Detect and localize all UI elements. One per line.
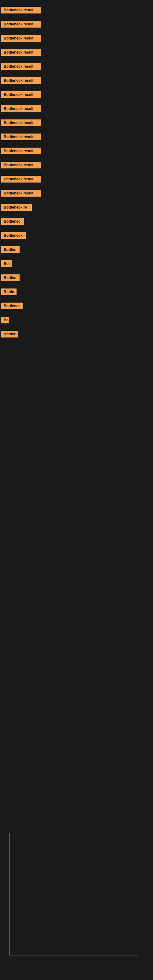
- bottleneck-bar-11: Bottleneck result: [1, 148, 41, 154]
- bar-row-23: Bo: [1, 313, 153, 328]
- bottleneck-bar-14: Bottleneck result: [1, 190, 41, 197]
- bottleneck-bar-15: Bottleneck re: [1, 204, 32, 211]
- bottleneck-bar-6: Bottleneck result: [1, 77, 41, 84]
- bar-row-10: Bottleneck result: [1, 130, 153, 145]
- bar-row-12: Bottleneck result: [1, 159, 153, 173]
- bar-row-21: Bottle: [1, 285, 153, 299]
- bars-container: Bottleneck resultBottleneck resultBottle…: [0, 4, 153, 342]
- bar-row-3: Bottleneck result: [1, 32, 153, 46]
- bar-row-2: Bottleneck result: [1, 18, 153, 32]
- bar-row-6: Bottleneck result: [1, 74, 153, 88]
- bar-row-1: Bottleneck result: [1, 4, 153, 18]
- bar-row-15: Bottleneck re: [1, 201, 153, 215]
- bar-row-20: Bottlen: [1, 271, 153, 285]
- bottleneck-bar-18: Bottlen: [1, 246, 19, 253]
- bar-row-11: Bottleneck result: [1, 145, 153, 159]
- bar-row-5: Bottleneck result: [1, 60, 153, 74]
- bottleneck-bar-22: Bottlenec: [1, 302, 23, 309]
- bar-row-8: Bottleneck result: [1, 102, 153, 116]
- page-wrapper: Bottleneck resultBottleneck resultBottle…: [0, 0, 153, 980]
- bar-row-24: Bottler: [1, 328, 153, 342]
- y-axis: [9, 833, 10, 956]
- bottleneck-bar-8: Bottleneck result: [1, 105, 41, 112]
- bar-row-14: Bottleneck result: [1, 187, 153, 201]
- bar-row-13: Bottleneck result: [1, 173, 153, 187]
- bottleneck-bar-23: Bo: [1, 317, 9, 323]
- bar-row-9: Bottleneck result: [1, 116, 153, 130]
- bottleneck-bar-17: Bottleneck r: [1, 232, 26, 239]
- bottleneck-bar-3: Bottleneck result: [1, 35, 41, 41]
- bar-row-18: Bottlen: [1, 243, 153, 257]
- bottleneck-bar-9: Bottleneck result: [1, 119, 41, 126]
- bottleneck-bar-20: Bottlen: [1, 274, 19, 281]
- bar-row-17: Bottleneck r: [1, 229, 153, 243]
- bar-row-22: Bottlenec: [1, 299, 153, 313]
- bottleneck-bar-19: Bot: [1, 260, 12, 267]
- bar-row-16: Bottlenec: [1, 215, 153, 229]
- bottleneck-bar-1: Bottleneck result: [1, 7, 41, 13]
- bar-row-4: Bottleneck result: [1, 46, 153, 60]
- bottleneck-bar-10: Bottleneck result: [1, 134, 41, 140]
- bottleneck-bar-7: Bottleneck result: [1, 91, 41, 98]
- bottleneck-bar-16: Bottlenec: [1, 218, 24, 225]
- bottleneck-bar-24: Bottler: [1, 331, 18, 337]
- bottleneck-bar-2: Bottleneck result: [1, 21, 41, 27]
- bottleneck-bar-12: Bottleneck result: [1, 162, 41, 169]
- site-title: [0, 0, 153, 4]
- bar-row-19: Bot: [1, 257, 153, 271]
- bottleneck-bar-5: Bottleneck result: [1, 63, 41, 70]
- bar-row-7: Bottleneck result: [1, 88, 153, 102]
- x-axis: [9, 955, 138, 956]
- bottleneck-bar-21: Bottle: [1, 288, 16, 295]
- bottleneck-bar-4: Bottleneck result: [1, 49, 41, 56]
- bottleneck-bar-13: Bottleneck result: [1, 176, 41, 183]
